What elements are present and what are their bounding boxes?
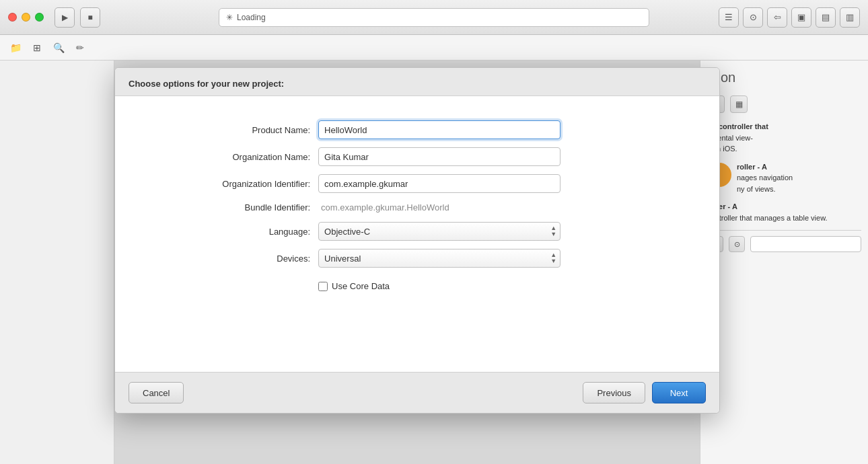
right-panel-section-label: ction xyxy=(707,67,861,87)
devices-label: Devices: xyxy=(188,245,318,272)
description-item-2: roller - Anages navigationny of views. xyxy=(707,161,861,195)
titlebar: ▶ ■ ✳ Loading ☰ ⊙ ⇦ ▣ ▤ ▥ xyxy=(0,0,868,35)
right-panel: ction ⊙ ▦ - A controller thatamental vie… xyxy=(700,61,868,464)
list-view-icon[interactable]: ☰ xyxy=(719,7,739,28)
bundle-id-row: Bundle Identifier: com.example.gkumar.He… xyxy=(188,197,646,218)
language-select-wrapper: Objective-C Swift ▲ ▼ xyxy=(318,222,560,241)
language-select[interactable]: Objective-C Swift xyxy=(318,222,560,241)
main-layout: Choose options for your new project: Pro… xyxy=(0,61,868,464)
language-label: Language: xyxy=(188,218,318,245)
bundle-id-value: com.example.gkumar.HelloWorld xyxy=(318,198,452,217)
devices-field: Universal iPhone iPad ▲ ▼ xyxy=(318,245,646,272)
project-form: Product Name: Organization Name: xyxy=(188,116,646,301)
product-name-input[interactable] xyxy=(318,120,560,139)
stop-button[interactable]: ■ xyxy=(80,7,100,28)
core-data-label: Use Core Data xyxy=(332,281,390,291)
left-panel xyxy=(0,61,114,464)
core-data-checkbox-row: Use Core Data xyxy=(318,276,646,297)
org-name-label: Organization Name: xyxy=(188,143,318,170)
description-item-1: - A controller thatamental view-el in iO… xyxy=(707,121,861,155)
cancel-button[interactable]: Cancel xyxy=(129,382,184,403)
titlebar-right-controls: ☰ ⊙ ⇦ ▣ ▤ ▥ xyxy=(719,7,860,28)
org-id-input[interactable] xyxy=(318,174,560,193)
previous-button[interactable]: Previous xyxy=(583,382,645,403)
devices-row: Devices: Universal iPhone iPad xyxy=(188,245,646,272)
playback-controls: ▶ ■ xyxy=(55,7,100,28)
bundle-id-field: com.example.gkumar.HelloWorld xyxy=(318,197,646,218)
product-name-row: Product Name: xyxy=(188,116,646,143)
next-button[interactable]: Next xyxy=(652,382,706,403)
product-name-label: Product Name: xyxy=(188,116,318,143)
core-data-row: Use Core Data xyxy=(188,272,646,301)
traffic-lights xyxy=(8,13,44,22)
language-field: Objective-C Swift ▲ ▼ xyxy=(318,218,646,245)
center-area: Choose options for your new project: Pro… xyxy=(114,61,700,464)
sidebar-right-icon[interactable]: ▥ xyxy=(840,7,860,28)
bundle-id-label: Bundle Identifier: xyxy=(188,197,318,218)
url-bar-area: ✳ Loading xyxy=(219,8,649,27)
org-id-label: Organization Identifier: xyxy=(188,170,318,197)
folder-icon[interactable]: 📁 xyxy=(8,40,23,55)
dialog-footer: Cancel Previous Next xyxy=(115,372,719,413)
core-data-checkbox[interactable] xyxy=(318,282,328,291)
play-button[interactable]: ▶ xyxy=(55,7,75,28)
new-project-dialog: Choose options for your new project: Pro… xyxy=(114,67,720,414)
core-data-spacer xyxy=(188,272,318,301)
dialog-overlay: Choose options for your new project: Pro… xyxy=(114,61,700,464)
close-button[interactable] xyxy=(8,13,17,22)
dialog-title: Choose options for your new project: xyxy=(129,79,284,89)
description-item-3: roller - Acontroller that manages a tabl… xyxy=(707,201,861,223)
description-text-3: roller - Acontroller that manages a tabl… xyxy=(707,201,828,223)
url-bar[interactable]: ✳ Loading xyxy=(219,8,649,27)
org-name-field xyxy=(318,143,646,170)
right-footer: ⊞ ⊙ xyxy=(707,230,861,252)
minimize-button[interactable] xyxy=(22,13,30,22)
description-text-2: roller - Anages navigationny of views. xyxy=(737,161,793,195)
edit-icon[interactable]: ✏ xyxy=(73,40,87,55)
product-name-field xyxy=(318,116,646,143)
org-name-row: Organization Name: xyxy=(188,143,646,170)
org-id-field xyxy=(318,170,646,197)
footer-left: Cancel xyxy=(129,382,184,403)
devices-select[interactable]: Universal iPhone iPad xyxy=(318,249,560,268)
refresh-icon[interactable]: ⊙ xyxy=(729,236,745,252)
org-name-input[interactable] xyxy=(318,147,560,166)
search-icon[interactable]: 🔍 xyxy=(51,40,66,55)
core-data-field: Use Core Data xyxy=(318,272,646,301)
right-footer-search[interactable] xyxy=(750,236,861,252)
right-panel-icon-2: ▦ xyxy=(730,95,748,113)
loading-spinner-icon: ✳ xyxy=(226,13,233,22)
right-panel-icons: ⊙ ▦ xyxy=(707,95,861,113)
dialog-body: Product Name: Organization Name: xyxy=(115,96,719,372)
devices-select-wrapper: Universal iPhone iPad ▲ ▼ xyxy=(318,249,560,268)
sidebar-bottom-icon[interactable]: ▤ xyxy=(816,7,836,28)
language-row: Language: Objective-C Swift ▲ ▼ xyxy=(188,218,646,245)
hierarchy-icon[interactable]: ⊞ xyxy=(30,40,44,55)
org-id-row: Organization Identifier: xyxy=(188,170,646,197)
maximize-button[interactable] xyxy=(35,13,44,22)
footer-right: Previous Next xyxy=(583,382,706,403)
dialog-header: Choose options for your new project: xyxy=(115,68,719,96)
back-icon[interactable]: ⇦ xyxy=(767,7,787,28)
share-icon[interactable]: ⊙ xyxy=(743,7,763,28)
sidebar-left-icon[interactable]: ▣ xyxy=(791,7,811,28)
loading-text: Loading xyxy=(237,13,266,22)
toolbar: 📁 ⊞ 🔍 ✏ xyxy=(0,35,868,61)
